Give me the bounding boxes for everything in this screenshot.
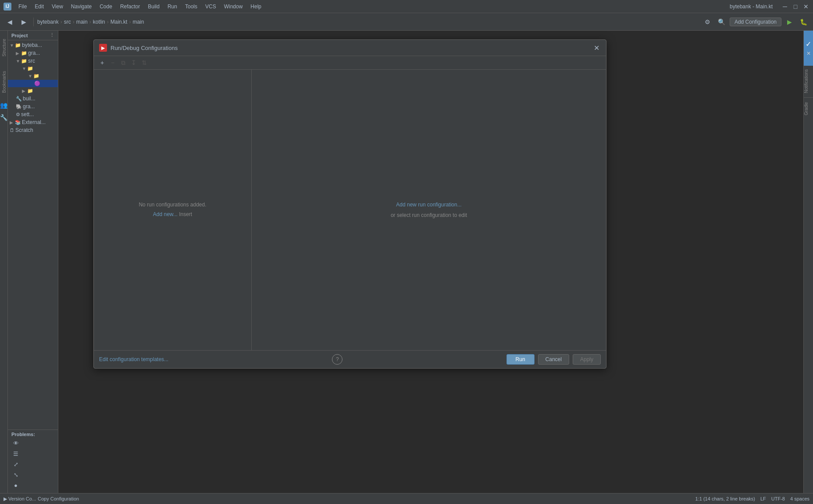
menu-bar: File Edit View Navigate Code Refactor Bu… xyxy=(15,3,721,11)
problems-expand-icon[interactable]: ⤢ xyxy=(11,460,20,469)
sidebar-icon-1[interactable]: Structure xyxy=(0,32,8,63)
settings-button[interactable]: ⚙ xyxy=(702,16,714,28)
encoding-status[interactable]: UTF-8 xyxy=(771,496,785,501)
menu-window[interactable]: Window xyxy=(221,3,246,11)
run-button[interactable]: Run xyxy=(506,354,535,365)
breadcrumb-main[interactable]: main xyxy=(76,19,88,25)
problems-collapse-icon[interactable]: ⤡ xyxy=(11,470,20,479)
tree-item-scratch[interactable]: 🗒 Scratch xyxy=(8,126,58,134)
problems-list-icon[interactable]: ☰ xyxy=(11,449,20,458)
copy-configuration-status[interactable]: Copy Configuration xyxy=(38,496,79,501)
add-configuration-button[interactable]: Add Configuration xyxy=(730,18,781,26)
breadcrumb: bytebank › src › main › kotlin › Main.kt… xyxy=(37,19,144,25)
tree-item-bytebank[interactable]: ▼ 📁 byteba... xyxy=(8,41,58,49)
menu-tools[interactable]: Tools xyxy=(182,3,201,11)
settings-icon: ⚙ xyxy=(16,112,20,117)
line-ending-status[interactable]: LF xyxy=(760,496,766,501)
menu-file[interactable]: File xyxy=(15,3,30,11)
menu-view[interactable]: View xyxy=(48,3,67,11)
tree-item-folder2[interactable]: ▼ 📁 xyxy=(8,72,58,80)
add-new-run-config-link[interactable]: Add new run configuration... xyxy=(391,199,467,210)
menu-edit[interactable]: Edit xyxy=(31,3,47,11)
search-button[interactable]: 🔍 xyxy=(716,16,728,28)
breadcrumb-mainfn[interactable]: main xyxy=(132,19,144,25)
run-button[interactable]: ▶ xyxy=(783,16,795,28)
config-empty-area: No run configurations added. Add new... … xyxy=(139,200,206,219)
team-icon[interactable]: 👥 xyxy=(0,101,8,110)
tree-item-settings[interactable]: ⚙ sett... xyxy=(8,110,58,118)
dialog-add-button[interactable]: + xyxy=(97,58,107,67)
add-new-link[interactable]: Add new... xyxy=(153,211,178,217)
tree-item-gradle[interactable]: ▶ 📁 gra... xyxy=(8,49,58,57)
close-button[interactable]: ✕ xyxy=(802,3,809,10)
edit-templates-link[interactable]: Edit configuration templates... xyxy=(99,356,168,362)
maximize-button[interactable]: □ xyxy=(792,3,799,10)
menu-build[interactable]: Build xyxy=(144,3,163,11)
menu-navigate[interactable]: Navigate xyxy=(68,3,95,11)
tree-item-external[interactable]: ▶ 📚 External... xyxy=(8,118,58,126)
tree-item-label: byteba... xyxy=(22,42,42,48)
tree-arrow: ▼ xyxy=(16,59,20,64)
menu-vcs[interactable]: VCS xyxy=(202,3,220,11)
config-editor-content: Add new run configuration... or select r… xyxy=(391,199,467,220)
tree-item-selected[interactable]: 🟣 xyxy=(8,80,58,87)
dialog-remove-button[interactable]: − xyxy=(108,58,118,67)
folder-icon: 📁 xyxy=(27,66,33,71)
breadcrumb-kotlin[interactable]: kotlin xyxy=(93,19,105,25)
config-list: No run configurations added. Add new... … xyxy=(94,70,252,350)
tree-arrow: ▶ xyxy=(10,120,14,125)
gradle-icon: 🐘 xyxy=(16,104,22,110)
back-button[interactable]: ◀ xyxy=(4,16,16,28)
panel-options-button[interactable]: ⋮ xyxy=(50,32,54,38)
window-title: bytebank - Main.kt xyxy=(730,4,773,10)
menu-help[interactable]: Help xyxy=(247,3,265,11)
breadcrumb-project[interactable]: bytebank xyxy=(37,19,59,25)
config-editor: Add new run configuration... or select r… xyxy=(252,70,606,350)
cursor-position-status[interactable]: 1:1 (14 chars, 2 line breaks) xyxy=(695,496,755,501)
menu-run[interactable]: Run xyxy=(164,3,181,11)
dialog-move-into-button[interactable]: ↧ xyxy=(129,58,139,67)
menu-refactor[interactable]: Refactor xyxy=(117,3,143,11)
problems-eye-icon[interactable]: 👁 xyxy=(11,439,20,447)
build-icon: 🔧 xyxy=(16,96,22,102)
help-button[interactable]: ? xyxy=(332,354,342,365)
version-control-status[interactable]: ▶ Version Co... xyxy=(4,496,36,502)
dialog-title-text: Run/Debug Configurations xyxy=(111,45,588,51)
tree-item-build[interactable]: 🔧 buil... xyxy=(8,95,58,103)
tree-item-folder3[interactable]: ▶ 📁 xyxy=(8,87,58,95)
select-config-text: or select run configuration to edit xyxy=(391,210,467,220)
notifications-close-button[interactable]: ✕ xyxy=(805,50,812,57)
main-toolbar: ◀ ▶ bytebank › src › main › kotlin › Mai… xyxy=(0,13,813,31)
main-layout: Structure Bookmarks 👥 🔧 Project ⋮ ▼ 📁 by… xyxy=(0,31,813,493)
scratch-icon: 🗒 xyxy=(10,128,14,133)
indentation-status[interactable]: 4 spaces xyxy=(790,496,809,501)
cancel-button[interactable]: Cancel xyxy=(538,354,569,365)
folder-icon: 📁 xyxy=(21,58,27,64)
problems-settings-icon[interactable]: ● xyxy=(11,481,20,490)
external-icon: 📚 xyxy=(15,120,21,125)
menu-code[interactable]: Code xyxy=(96,3,116,11)
sidebar-icon-2[interactable]: Bookmarks xyxy=(0,67,8,97)
breadcrumb-mainkt[interactable]: Main.kt xyxy=(111,19,128,25)
forward-button[interactable]: ▶ xyxy=(18,16,30,28)
dialog-sort-button[interactable]: ⇅ xyxy=(139,58,149,67)
tree-item-label: src xyxy=(28,58,35,64)
tree-item-gradle2[interactable]: 🐘 gra... xyxy=(8,103,58,110)
tree-arrow: ▼ xyxy=(28,74,32,78)
dialog-copy-button[interactable]: ⧉ xyxy=(118,58,128,67)
tree-item-src[interactable]: ▼ 📁 src xyxy=(8,57,58,65)
right-sidebar: ✓ ✕ Notifications Gradle xyxy=(803,31,813,493)
breadcrumb-src[interactable]: src xyxy=(64,19,71,25)
title-bar: IJ File Edit View Navigate Code Refactor… xyxy=(0,0,813,13)
tools-icon[interactable]: 🔧 xyxy=(0,113,8,122)
problems-header: Problems: xyxy=(11,432,54,437)
gradle-label[interactable]: Gradle xyxy=(804,99,813,119)
minimize-button[interactable]: ─ xyxy=(781,3,788,10)
apply-button[interactable]: Apply xyxy=(573,354,601,365)
toolbar-right: ⚙ 🔍 Add Configuration ▶ 🐛 xyxy=(702,16,809,28)
dialog-close-button[interactable]: ✕ xyxy=(592,43,601,52)
debug-button[interactable]: 🐛 xyxy=(797,16,809,28)
folder-icon: 📁 xyxy=(27,88,33,94)
notifications-label[interactable]: Notifications xyxy=(804,66,813,96)
tree-item-folder1[interactable]: ▼ 📁 xyxy=(8,65,58,72)
